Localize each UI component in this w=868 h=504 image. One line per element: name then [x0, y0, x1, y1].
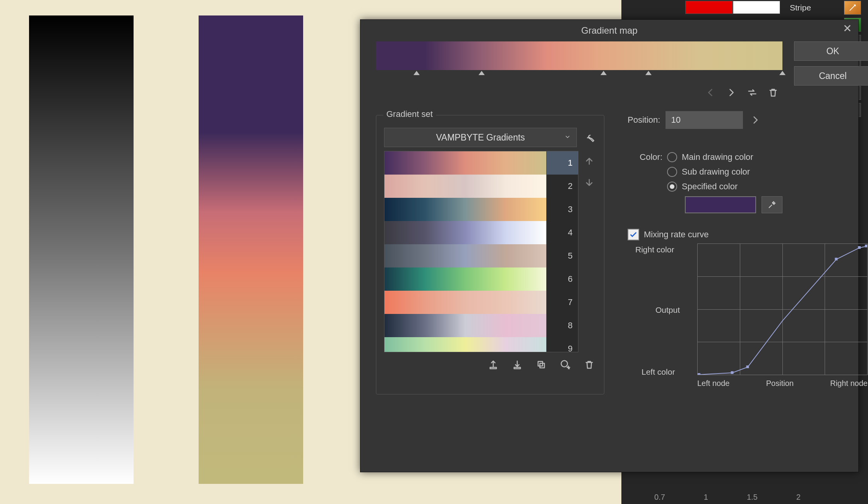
gradient-stop-caret[interactable] — [479, 71, 485, 75]
gradient-set-legend: Gradient set — [383, 109, 436, 119]
gradient-stop-caret[interactable] — [413, 71, 420, 75]
curve-y-bot: Left color — [642, 367, 675, 377]
gradient-swatch — [384, 337, 546, 352]
stripe-label: Stripe — [790, 3, 811, 12]
tick-value: 0.7 — [654, 493, 665, 502]
curve-y-mid: Output — [655, 305, 680, 315]
svg-rect-5 — [731, 371, 734, 374]
gradient-list-item[interactable]: 9 — [384, 337, 578, 352]
svg-point-3 — [561, 361, 568, 367]
zoom-ticks: 0.7 1 1.5 2 — [654, 493, 801, 502]
curve-x-mid: Position — [766, 379, 794, 388]
radio-specified-color[interactable] — [667, 182, 677, 192]
color-label: Color: — [628, 152, 662, 162]
gradient-list-item[interactable]: 6 — [384, 267, 578, 291]
radio-main-label: Main drawing color — [682, 152, 753, 162]
duplicate-icon[interactable] — [534, 358, 548, 372]
gradient-swatch — [384, 291, 546, 314]
gradient-stop-caret[interactable] — [600, 71, 607, 75]
curve-x-right: Right node — [830, 379, 868, 388]
reverse-gradient-button[interactable] — [745, 86, 759, 99]
svg-rect-8 — [858, 246, 861, 249]
gradient-swatch — [384, 267, 546, 291]
gradient-index: 3 — [546, 198, 578, 221]
wrench-icon[interactable] — [582, 130, 596, 144]
cancel-button[interactable]: Cancel — [794, 66, 868, 86]
gradient-list-item[interactable]: 1 — [384, 151, 578, 175]
gradient-stop-markers[interactable] — [376, 71, 782, 79]
curve-x-left: Left node — [697, 379, 729, 388]
grayscale-strip — [29, 15, 134, 484]
curve-y-top: Right color — [635, 245, 674, 254]
gradient-list-item[interactable]: 7 — [384, 291, 578, 314]
position-step-button[interactable] — [748, 113, 762, 127]
new-gradient-icon[interactable] — [558, 358, 572, 372]
close-button[interactable]: ✕ — [841, 24, 853, 35]
export-icon[interactable] — [510, 358, 524, 372]
gradient-swatch — [384, 221, 546, 244]
color-strip — [199, 15, 303, 484]
gradient-index: 6 — [546, 267, 578, 291]
gradient-swatch — [384, 244, 546, 267]
gradient-stop-caret[interactable] — [645, 71, 652, 75]
gradient-preview-bar[interactable] — [376, 41, 782, 70]
position-input[interactable] — [666, 111, 743, 129]
gradient-swatch — [384, 314, 546, 337]
gradient-index: 4 — [546, 221, 578, 244]
gradient-swatch — [384, 175, 546, 198]
gradient-set-panel: Gradient set VAMPBYTE Gradients 12345678… — [376, 115, 604, 394]
gradient-index: 1 — [546, 151, 578, 175]
color-swatch-fg[interactable] — [685, 1, 733, 14]
dialog-title: Gradient map ✕ — [360, 20, 858, 41]
svg-rect-6 — [746, 365, 749, 368]
gradient-list-item[interactable]: 2 — [384, 175, 578, 198]
gradient-index: 9 — [546, 337, 578, 352]
move-down-button[interactable] — [582, 176, 596, 190]
gradient-index: 7 — [546, 291, 578, 314]
radio-main-color[interactable] — [667, 152, 677, 162]
tick-value: 1.5 — [747, 493, 758, 502]
position-label: Position: — [628, 115, 660, 125]
delete-gradient-icon[interactable] — [582, 358, 596, 372]
gradient-list-item[interactable]: 4 — [384, 221, 578, 244]
mixing-curve-label: Mixing rate curve — [644, 230, 709, 240]
gradient-swatch — [384, 151, 546, 175]
foreground-background-swatch[interactable] — [685, 1, 780, 14]
gradient-list[interactable]: 123456789 — [384, 151, 578, 352]
radio-sub-color[interactable] — [667, 167, 677, 177]
gradient-index: 2 — [546, 175, 578, 198]
gradient-set-dropdown[interactable]: VAMPBYTE Gradients — [384, 128, 577, 147]
move-up-button[interactable] — [582, 154, 596, 168]
gradient-swatch — [384, 198, 546, 221]
radio-sub-label: Sub drawing color — [682, 167, 750, 177]
prev-stop-button[interactable] — [703, 86, 717, 99]
chevron-down-icon — [564, 132, 571, 143]
tick-value: 1 — [704, 493, 708, 502]
ok-button[interactable]: OK — [794, 41, 868, 61]
radio-specified-label: Specified color — [682, 182, 738, 192]
gradient-list-item[interactable]: 8 — [384, 314, 578, 337]
tool-icon-1[interactable] — [844, 1, 861, 15]
mixing-curve-editor[interactable] — [697, 243, 868, 375]
gradient-index: 5 — [546, 244, 578, 267]
tick-value: 2 — [796, 493, 801, 502]
mixing-curve-checkbox[interactable] — [628, 229, 639, 240]
eyedropper-button[interactable] — [762, 196, 782, 213]
ok-label: OK — [826, 46, 839, 57]
svg-rect-7 — [835, 258, 837, 261]
delete-stop-button[interactable] — [766, 86, 780, 99]
next-stop-button[interactable] — [724, 86, 738, 99]
svg-rect-9 — [865, 245, 867, 247]
cancel-label: Cancel — [819, 71, 847, 81]
gradient-list-item[interactable]: 5 — [384, 244, 578, 267]
dialog-title-text: Gradient map — [581, 25, 637, 36]
svg-rect-4 — [698, 373, 700, 375]
specified-color-swatch[interactable] — [685, 196, 756, 213]
gradient-stop-caret[interactable] — [779, 71, 786, 75]
gradient-list-item[interactable]: 3 — [384, 198, 578, 221]
color-swatch-bg[interactable] — [733, 1, 781, 14]
gradient-index: 8 — [546, 314, 578, 337]
gradient-map-dialog: Gradient map ✕ — [360, 19, 859, 472]
import-icon[interactable] — [486, 358, 500, 372]
dropdown-value: VAMPBYTE Gradients — [436, 132, 525, 143]
